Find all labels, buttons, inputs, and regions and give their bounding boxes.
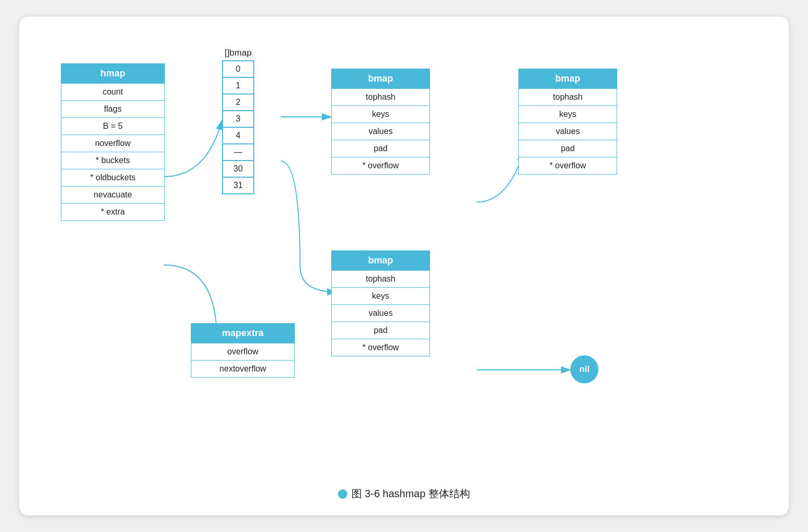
caption-dot xyxy=(338,489,347,499)
array-cell-3: 3 xyxy=(223,111,254,127)
bmap-bottom-keys: keys xyxy=(332,287,429,304)
bmap-top-right-struct: bmap tophash keys values pad * overflow xyxy=(518,69,617,175)
bmap-bottom-overflow: * overflow xyxy=(332,339,429,356)
array-box: 0 1 2 3 4 — 30 31 xyxy=(222,60,254,194)
hmap-row-flags: flags xyxy=(61,100,164,117)
bmap-top-pad: pad xyxy=(332,140,429,157)
hmap-row-oldbuckets: * oldbuckets xyxy=(61,169,164,186)
mapextra-overflow: overflow xyxy=(191,343,294,360)
array-cell-31: 31 xyxy=(223,177,254,194)
diagram-card: hmap count flags B = 5 noverflow * bucke… xyxy=(19,17,789,515)
hmap-row-count: count xyxy=(61,83,164,100)
bmap-top-overflow: * overflow xyxy=(332,157,429,174)
caption-text: 图 3-6 hashmap 整体结构 xyxy=(351,487,470,501)
bmap-bottom-values: values xyxy=(332,304,429,322)
bmap-top-right-header: bmap xyxy=(519,69,617,88)
bmap-top-right-overflow: * overflow xyxy=(519,157,617,174)
bmap-top-tophash: tophash xyxy=(332,88,429,105)
array-cell-4: 4 xyxy=(223,127,254,144)
nil-label: nil xyxy=(579,364,590,375)
hmap-header: hmap xyxy=(61,64,164,83)
bmap-bottom-tophash: tophash xyxy=(332,270,429,287)
diagram-area: hmap count flags B = 5 noverflow * bucke… xyxy=(19,17,789,515)
bmap-top-right-keys: keys xyxy=(519,105,617,123)
array-label: []bmap xyxy=(222,48,254,58)
bmap-bottom-pad: pad xyxy=(332,322,429,339)
bmap-top-values: values xyxy=(332,123,429,140)
bmap-top-right-tophash: tophash xyxy=(519,88,617,105)
hmap-struct: hmap count flags B = 5 noverflow * bucke… xyxy=(61,63,165,221)
bmap-top-right-values: values xyxy=(519,123,617,140)
array-cell-30: 30 xyxy=(223,161,254,177)
mapextra-header: mapextra xyxy=(191,324,294,343)
nil-circle: nil xyxy=(570,355,598,383)
array-container: []bmap 0 1 2 3 4 — 30 31 xyxy=(222,48,254,194)
hmap-row-nevacuate: nevacuate xyxy=(61,186,164,203)
bmap-bottom-header: bmap xyxy=(332,251,429,270)
mapextra-nextoverflow: nextoverflow xyxy=(191,360,294,377)
bmap-top-header: bmap xyxy=(332,69,429,88)
hmap-row-buckets: * buckets xyxy=(61,152,164,169)
bmap-bottom-struct: bmap tophash keys values pad * overflow xyxy=(331,250,430,356)
array-cell-0: 0 xyxy=(223,61,254,77)
mapextra-struct: mapextra overflow nextoverflow xyxy=(191,323,295,378)
hmap-row-extra: * extra xyxy=(61,203,164,220)
hmap-row-b: B = 5 xyxy=(61,117,164,135)
bmap-top-right-pad: pad xyxy=(519,140,617,157)
array-cell-dots: — xyxy=(223,144,254,161)
array-cell-1: 1 xyxy=(223,77,254,94)
array-cell-2: 2 xyxy=(223,94,254,111)
caption: 图 3-6 hashmap 整体结构 xyxy=(19,487,789,501)
hmap-row-noverflow: noverflow xyxy=(61,135,164,152)
bmap-top-struct: bmap tophash keys values pad * overflow xyxy=(331,69,430,175)
bmap-top-keys: keys xyxy=(332,105,429,123)
